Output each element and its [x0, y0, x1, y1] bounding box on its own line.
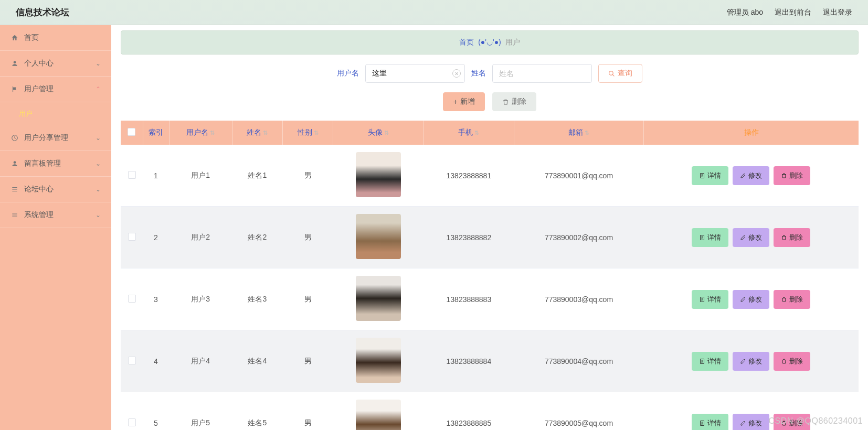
cell-avatar — [333, 207, 424, 268]
edit-button[interactable]: 修改 — [733, 414, 769, 431]
cell-gender: 男 — [282, 330, 333, 392]
cell-username: 用户5 — [169, 392, 232, 431]
sidebar-item-board-mgmt[interactable]: 留言板管理 ⌄ — [0, 151, 111, 177]
cell-name: 姓名5 — [232, 392, 282, 431]
col-phone[interactable]: 手机⇅ — [424, 121, 514, 145]
detail-button[interactable]: 详情 — [692, 352, 728, 371]
table-row: 1 用户1 姓名1 男 13823888881 773890001@qq.com… — [121, 145, 859, 207]
sidebar-item-forum[interactable]: 论坛中心 ⌄ — [0, 177, 111, 202]
detail-button[interactable]: 详情 — [692, 228, 728, 247]
cell-avatar — [333, 145, 424, 207]
cell-phone: 13823888885 — [424, 392, 514, 431]
cell-avatar — [333, 330, 424, 392]
col-gender[interactable]: 性别⇅ — [282, 121, 333, 145]
username-input[interactable] — [365, 64, 465, 83]
sidebar-item-home[interactable]: 首页 — [0, 25, 111, 51]
admin-link[interactable]: 管理员 abo — [727, 8, 763, 17]
sidebar-label: 系统管理 — [24, 210, 54, 220]
avatar — [356, 152, 401, 197]
row-delete-button[interactable]: 删除 — [774, 290, 810, 309]
app-title: 信息技术论坛 — [16, 6, 69, 18]
cell-username: 用户1 — [169, 145, 232, 207]
row-checkbox[interactable] — [128, 171, 136, 179]
sort-icon: ⇅ — [384, 130, 389, 136]
edit-icon — [740, 234, 746, 241]
edit-button[interactable]: 修改 — [733, 290, 769, 309]
cell-ops: 详情 修改 删除 — [644, 268, 859, 330]
cell-name: 姓名1 — [232, 145, 282, 207]
cell-ops: 详情 修改 删除 — [644, 392, 859, 431]
col-index[interactable]: 索引 — [143, 121, 169, 145]
col-ops: 操作 — [644, 121, 859, 145]
edit-icon — [740, 358, 746, 364]
detail-button[interactable]: 详情 — [692, 290, 728, 309]
edit-button[interactable]: 修改 — [733, 352, 769, 371]
row-delete-button[interactable]: 删除 — [774, 228, 810, 247]
col-avatar[interactable]: 头像⇅ — [333, 121, 424, 145]
chevron-down-icon: ⌄ — [96, 186, 101, 193]
cell-email: 773890004@qq.com — [514, 330, 643, 392]
detail-button[interactable]: 详情 — [692, 166, 728, 185]
col-email[interactable]: 邮箱⇅ — [514, 121, 643, 145]
avatar — [356, 214, 401, 259]
sidebar-item-system[interactable]: 系统管理 ⌄ — [0, 202, 111, 228]
trash-icon — [781, 296, 787, 303]
doc-icon — [699, 358, 705, 364]
name-label: 姓名 — [471, 69, 486, 78]
name-input[interactable] — [492, 64, 592, 83]
logout-link[interactable]: 退出登录 — [823, 8, 852, 17]
row-delete-button[interactable]: 删除 — [774, 166, 810, 185]
svg-point-2 — [14, 161, 16, 164]
svg-point-0 — [14, 61, 16, 63]
doc-icon — [699, 234, 705, 241]
cell-name: 姓名3 — [232, 268, 282, 330]
avatar — [356, 276, 401, 321]
sidebar-subitem-user[interactable]: 用户 — [0, 102, 111, 125]
edit-icon — [740, 420, 746, 426]
cell-gender: 男 — [282, 268, 333, 330]
cell-ops: 详情 修改 删除 — [644, 207, 859, 268]
sidebar-item-share-mgmt[interactable]: 用户分享管理 ⌄ — [0, 125, 111, 151]
main-content: 首页 (●'◡'●) 用户 用户名 ✕ 姓名 查询 + 新增 — [111, 25, 868, 430]
row-delete-button[interactable]: 删除 — [774, 352, 810, 371]
add-button[interactable]: + 新增 — [443, 92, 484, 111]
avatar — [356, 400, 401, 430]
trash-icon — [781, 420, 787, 426]
delete-button[interactable]: 删除 — [492, 92, 536, 111]
row-delete-button[interactable]: 删除 — [774, 414, 810, 431]
row-checkbox[interactable] — [128, 295, 136, 303]
doc-icon — [699, 296, 705, 303]
svg-point-3 — [609, 71, 613, 75]
col-name[interactable]: 姓名⇅ — [232, 121, 282, 145]
select-all-checkbox[interactable] — [128, 128, 135, 136]
row-checkbox[interactable] — [128, 233, 136, 241]
home-icon — [10, 34, 19, 42]
sidebar-item-profile[interactable]: 个人中心 ⌄ — [0, 51, 111, 77]
cell-email: 773890002@qq.com — [514, 207, 643, 268]
sidebar-item-user-mgmt[interactable]: 用户管理 ⌃ — [0, 77, 111, 102]
edit-button[interactable]: 修改 — [733, 228, 769, 247]
row-checkbox[interactable] — [128, 357, 136, 364]
cell-name: 姓名2 — [232, 207, 282, 268]
doc-icon — [699, 173, 705, 179]
detail-button[interactable]: 详情 — [692, 414, 728, 431]
chevron-down-icon: ⌄ — [96, 160, 101, 167]
search-icon — [608, 70, 615, 77]
sort-icon: ⇅ — [474, 130, 479, 136]
cell-index: 2 — [143, 207, 169, 268]
chevron-down-icon: ⌄ — [96, 134, 101, 142]
table-row: 3 用户3 姓名3 男 13823888883 773890003@qq.com… — [121, 268, 859, 330]
search-button[interactable]: 查询 — [598, 64, 642, 83]
breadcrumb-home[interactable]: 首页 — [459, 38, 474, 46]
cell-gender: 男 — [282, 145, 333, 207]
row-checkbox[interactable] — [128, 418, 136, 426]
breadcrumb-separator: (●'◡'●) — [478, 38, 501, 46]
sort-icon: ⇅ — [210, 130, 215, 136]
header: 信息技术论坛 管理员 abo 退出到前台 退出登录 — [0, 0, 868, 25]
col-username[interactable]: 用户名⇅ — [169, 121, 232, 145]
cell-index: 5 — [143, 392, 169, 431]
plus-icon: + — [453, 98, 457, 106]
clear-icon[interactable]: ✕ — [452, 69, 461, 78]
exit-front-link[interactable]: 退出到前台 — [775, 8, 811, 17]
edit-button[interactable]: 修改 — [733, 166, 769, 185]
